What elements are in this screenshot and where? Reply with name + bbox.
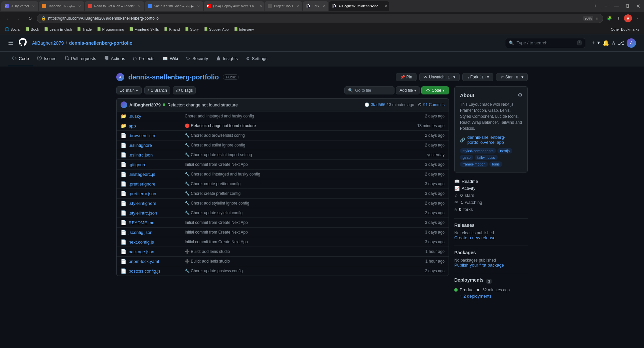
- file-name-prettierrc[interactable]: .prettierrc.json: [129, 191, 182, 196]
- file-name-browserslistrc[interactable]: .browserslistrc: [129, 133, 182, 138]
- bookmark-supper-app[interactable]: 📗 Supper-App: [201, 26, 231, 32]
- bookmark-khand[interactable]: 📗 Khand: [161, 26, 182, 32]
- downloads-icon[interactable]: ⬇: [615, 14, 623, 22]
- tab-close[interactable]: ✕: [197, 4, 200, 8]
- file-name-eslintrc[interactable]: .eslintrc.json: [129, 152, 182, 157]
- bookmark-social[interactable]: 🌐 Social: [3, 26, 22, 32]
- new-item-button[interactable]: ＋ ▾: [591, 39, 600, 46]
- reload-button[interactable]: ↻: [25, 14, 35, 23]
- pulls-icon[interactable]: ⎇: [618, 40, 624, 46]
- tab-close[interactable]: ✕: [32, 4, 35, 8]
- file-name-package[interactable]: package.json: [129, 249, 182, 254]
- fork-chevron-icon[interactable]: ▾: [487, 75, 489, 79]
- file-name-stylelintignore[interactable]: .stylelintignore: [129, 201, 182, 206]
- bookmark-icon[interactable]: ☆: [595, 16, 599, 21]
- close-window-button[interactable]: ✕: [633, 1, 643, 11]
- user-avatar[interactable]: A: [627, 38, 636, 48]
- commit-author-name[interactable]: AliBagheri2079: [129, 102, 161, 107]
- create-release-link[interactable]: Create a new release: [454, 235, 496, 240]
- file-name-eslintignore[interactable]: .eslintignore: [129, 143, 182, 148]
- goto-file-button[interactable]: 🔍 Go to file: [344, 86, 394, 94]
- tab-list-button[interactable]: ≡: [601, 1, 611, 11]
- minimize-button[interactable]: —: [612, 1, 621, 11]
- activity-link[interactable]: 📈 Activity: [454, 185, 528, 192]
- nav-item-code[interactable]: Code: [8, 52, 33, 66]
- tab-project-tools[interactable]: Project Tools ✕: [265, 1, 302, 11]
- tag-lenis[interactable]: lenis: [489, 161, 502, 167]
- nav-item-actions[interactable]: Actions: [100, 52, 129, 66]
- readme-link[interactable]: 📖 Readme: [454, 178, 528, 185]
- add-file-button[interactable]: Add file ▾: [396, 86, 420, 94]
- file-name-app[interactable]: app: [129, 123, 182, 128]
- unwatch-button[interactable]: 👁 Unwatch 1 ▾: [419, 73, 460, 81]
- tag-gsap[interactable]: gsap: [460, 155, 473, 160]
- back-button[interactable]: ‹: [3, 14, 12, 23]
- watchers-link[interactable]: 👁 1 watching: [454, 199, 528, 206]
- tags-link[interactable]: 🏷 0 Tags: [173, 86, 196, 94]
- new-tab-button[interactable]: +: [591, 1, 600, 11]
- browser-menu-icon[interactable]: ⋮: [633, 14, 641, 22]
- bookmark-other[interactable]: Other Bookmarks: [609, 27, 641, 32]
- file-name-nextconfig[interactable]: next.config.js: [129, 240, 182, 245]
- star-chevron-icon[interactable]: ▾: [521, 75, 523, 79]
- file-name-stylelintrc[interactable]: .stylelintrc.json: [129, 211, 182, 216]
- stars-link[interactable]: ☆ 0 stars: [454, 192, 528, 199]
- extensions-button[interactable]: 🧩: [605, 14, 613, 22]
- bookmark-story[interactable]: 📗 Story: [182, 26, 201, 32]
- about-link[interactable]: 🔗 dennis-snellenberg-portfolio.vercel.ap…: [460, 135, 522, 145]
- file-name-pnpm[interactable]: pnpm-lock.yaml: [129, 259, 182, 264]
- forward-button[interactable]: ›: [14, 14, 23, 23]
- star-button[interactable]: ☆ Star 0 ▾: [496, 73, 528, 81]
- bookmark-learn-english[interactable]: 📗 Learn English: [42, 26, 74, 32]
- nav-item-security[interactable]: 🛡 Security: [182, 52, 212, 66]
- fork-icon-header[interactable]: ⑃: [612, 40, 615, 46]
- tag-styled-components[interactable]: styled-components: [460, 148, 496, 153]
- global-search[interactable]: 🔍 Type / to search /: [505, 38, 585, 48]
- tag-tailwindcss[interactable]: tailwindcss: [475, 155, 498, 160]
- about-settings-icon[interactable]: ⚙: [518, 92, 522, 98]
- tab-close[interactable]: ✕: [138, 4, 141, 8]
- notifications-button[interactable]: 🔔: [603, 40, 609, 46]
- tab-v0[interactable]: V v0 by Vercel ✕: [1, 1, 38, 11]
- repo-title[interactable]: dennis-snellenberg-portfolio: [128, 73, 219, 81]
- chevron-down-icon[interactable]: ▾: [453, 75, 455, 79]
- file-name-jsconfig[interactable]: jsconfig.json: [129, 230, 182, 235]
- tab-current-repo[interactable]: AliBagheri2079/dennis-sne... ✕: [329, 1, 389, 11]
- tab-saeid[interactable]: Saeid Karimi Shad – شاد ▶ ✕: [145, 1, 203, 11]
- file-name-lintstaged[interactable]: .linstagedrc.js: [129, 172, 182, 177]
- tab-close[interactable]: ✕: [296, 4, 299, 8]
- breadcrumb-user[interactable]: AliBagheri2079: [32, 40, 64, 46]
- hamburger-button[interactable]: ☰: [8, 39, 13, 47]
- bookmark-trade[interactable]: 📗 Trade: [74, 26, 94, 32]
- tab-todoist[interactable]: Road to Get a job – Todoist ✕: [85, 1, 144, 11]
- tab-youtube[interactable]: ▶ (154) Deploy ANY Next.js a... ✕: [204, 1, 264, 11]
- tab-your-repos[interactable]: Fork ✕: [303, 1, 328, 11]
- tag-nextjs[interactable]: nextjs: [497, 148, 512, 153]
- restore-button[interactable]: ⧉: [623, 1, 632, 11]
- bookmark-frontend[interactable]: 📗 Frontend Skills: [127, 26, 161, 32]
- tab-close[interactable]: ✕: [322, 4, 325, 8]
- total-commits[interactable]: 91 Commits: [423, 102, 445, 107]
- tab-close[interactable]: ✕: [78, 4, 81, 8]
- more-deployments-link[interactable]: + 2 deployments: [454, 294, 528, 299]
- file-name-readme[interactable]: README.md: [129, 220, 182, 225]
- tab-close[interactable]: ✕: [260, 4, 263, 8]
- nav-item-settings[interactable]: ⚙ Settings: [242, 52, 272, 66]
- pin-button[interactable]: 📌 Pin: [396, 73, 417, 81]
- file-name-postcss[interactable]: postcss.config.js: [129, 269, 182, 274]
- nav-item-insights[interactable]: Insights: [212, 52, 242, 66]
- github-logo[interactable]: [19, 38, 27, 48]
- publish-package-link[interactable]: Publish your first package: [454, 263, 504, 268]
- tab-close[interactable]: ✕: [384, 4, 387, 8]
- tag-framer-motion[interactable]: framer-motion: [460, 161, 488, 167]
- commit-hash[interactable]: 3fad566: [371, 102, 385, 107]
- code-button[interactable]: <> Code ▾: [421, 86, 449, 94]
- branch-selector[interactable]: ⎇ main ▾: [116, 86, 142, 94]
- bookmark-book[interactable]: 📗 Book: [23, 26, 41, 32]
- nav-item-issues[interactable]: Issues: [33, 52, 60, 66]
- file-name-gitignore[interactable]: .gitignore: [129, 162, 182, 167]
- bookmark-programming[interactable]: 📗 Programming: [95, 26, 126, 32]
- tab-tabaghe[interactable]: Tabaghe 16 سایب ✕: [39, 1, 84, 11]
- fork-button[interactable]: ⑃ Fork 1 ▾: [462, 73, 493, 81]
- nav-item-wiki[interactable]: 📖 Wiki: [158, 52, 182, 66]
